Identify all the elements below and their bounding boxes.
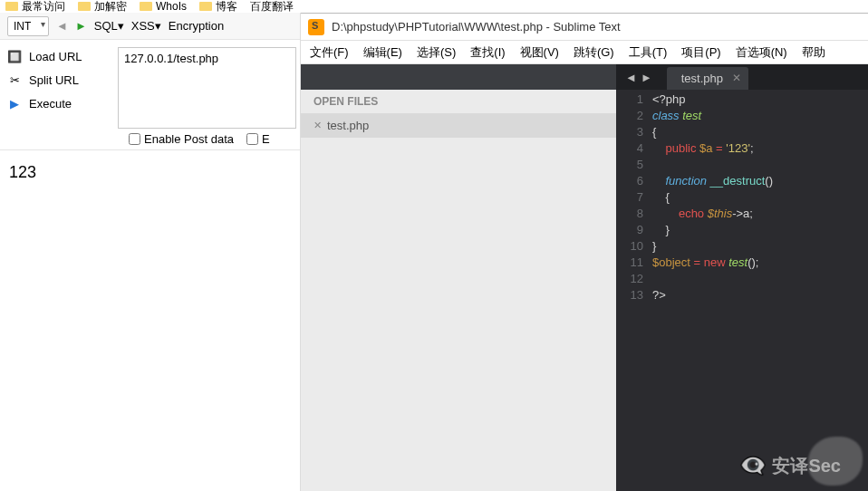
bookmark-item[interactable]: 博客 bbox=[199, 0, 237, 13]
titlebar: D:\phpstudy\PHPTutorial\WWW\test.php - S… bbox=[301, 14, 868, 41]
tab-row: ◄ ► test.php ✕ bbox=[616, 64, 868, 90]
sublime-window: D:\phpstudy\PHPTutorial\WWW\test.php - S… bbox=[301, 13, 868, 491]
close-icon[interactable]: ✕ bbox=[313, 120, 322, 131]
bookmark-item[interactable]: WhoIs bbox=[140, 0, 187, 13]
load-url-action[interactable]: 🔲 Load URL bbox=[0, 47, 118, 65]
execute-action[interactable]: ▶ Execute bbox=[0, 94, 118, 112]
hackbar-panel: INT ◄ ► SQL▾ XSS▾ Encryption 🔲 Load URL … bbox=[0, 13, 301, 491]
close-icon[interactable]: ✕ bbox=[732, 72, 741, 84]
line-gutter: 12345678910111213 bbox=[616, 91, 652, 491]
sublime-icon bbox=[308, 19, 324, 35]
tab-testphp[interactable]: test.php ✕ bbox=[667, 67, 748, 90]
toolbar-xss[interactable]: XSS▾ bbox=[131, 19, 161, 33]
encoding-select-wrap[interactable]: INT bbox=[7, 16, 49, 36]
menu-goto[interactable]: 跳转(G) bbox=[570, 43, 618, 63]
open-file-item[interactable]: ✕ test.php bbox=[301, 113, 616, 138]
menu-tools[interactable]: 工具(T) bbox=[625, 43, 671, 63]
page-output: 123 bbox=[0, 150, 300, 195]
watermark: 👁‍🗨 安译Sec bbox=[739, 453, 841, 478]
menu-select[interactable]: 选择(S) bbox=[413, 43, 459, 63]
split-icon: ✂ bbox=[7, 72, 22, 87]
menu-edit[interactable]: 编辑(E) bbox=[360, 43, 406, 63]
folder-icon bbox=[199, 2, 212, 11]
e-checkbox[interactable]: E bbox=[246, 132, 270, 146]
code-editor[interactable]: 12345678910111213 <?php class test { pub… bbox=[616, 90, 868, 491]
arrow-right-icon[interactable]: ► bbox=[75, 19, 87, 33]
folder-icon bbox=[5, 2, 18, 11]
folder-icon bbox=[78, 2, 91, 11]
folder-icon bbox=[140, 2, 152, 11]
menu-help[interactable]: 帮助 bbox=[798, 43, 829, 63]
split-url-action[interactable]: ✂ Split URL bbox=[0, 71, 118, 89]
hackbar-toolbar: INT ◄ ► SQL▾ XSS▾ Encryption bbox=[0, 13, 300, 40]
menu-find[interactable]: 查找(I) bbox=[467, 43, 508, 63]
bookmark-item[interactable]: 最常访问 bbox=[5, 0, 65, 13]
bookmarks-bar: 最常访问 加解密 WhoIs 博客 百度翻译 bbox=[0, 0, 868, 13]
arrow-left-icon[interactable]: ◄ bbox=[56, 19, 68, 33]
open-files-header: OPEN FILES bbox=[301, 90, 616, 113]
menu-view[interactable]: 视图(V) bbox=[516, 43, 563, 63]
toolbar-sql[interactable]: SQL▾ bbox=[94, 19, 124, 33]
bookmark-item[interactable]: 加解密 bbox=[78, 0, 127, 13]
url-input[interactable] bbox=[118, 47, 296, 129]
nav-forward-icon[interactable]: ► bbox=[641, 71, 652, 84]
nav-back-icon[interactable]: ◄ bbox=[625, 71, 637, 84]
menu-prefs[interactable]: 首选项(N) bbox=[732, 43, 791, 63]
encoding-select[interactable]: INT bbox=[7, 16, 49, 36]
execute-icon: ▶ bbox=[7, 96, 22, 111]
menu-project[interactable]: 项目(P) bbox=[678, 43, 724, 63]
sidebar: OPEN FILES ✕ test.php bbox=[301, 64, 616, 491]
bookmark-item[interactable]: 百度翻译 bbox=[250, 0, 294, 13]
menubar: 文件(F) 编辑(E) 选择(S) 查找(I) 视图(V) 跳转(G) 工具(T… bbox=[301, 41, 868, 64]
wechat-icon: 👁‍🗨 bbox=[739, 453, 767, 478]
menu-file[interactable]: 文件(F) bbox=[306, 43, 352, 63]
enable-post-checkbox[interactable]: Enable Post data bbox=[129, 132, 234, 146]
load-icon: 🔲 bbox=[7, 49, 22, 63]
window-title: D:\phpstudy\PHPTutorial\WWW\test.php - S… bbox=[332, 20, 621, 34]
toolbar-encryption[interactable]: Encryption bbox=[169, 19, 224, 33]
code-lines: <?php class test { public $a = '123'; fu… bbox=[652, 91, 868, 491]
